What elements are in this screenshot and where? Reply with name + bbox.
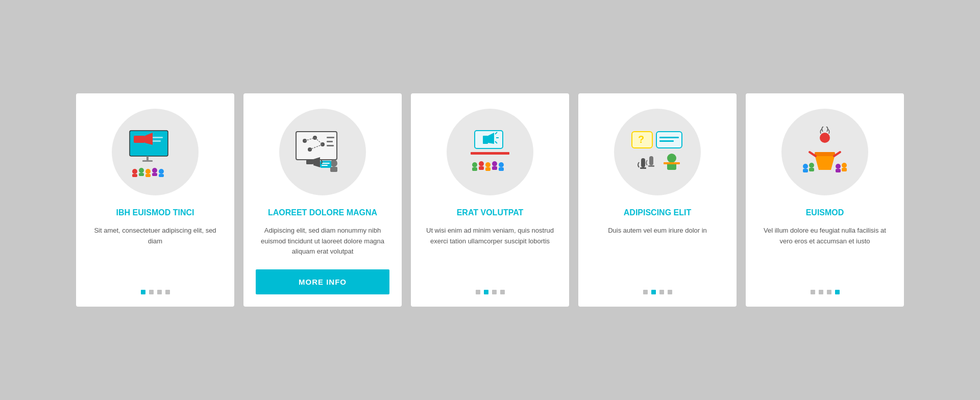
dot-5-1 <box>819 290 823 294</box>
card-1-title: IBH EUISMOD TINCI <box>116 208 194 218</box>
more-info-button[interactable]: MORE INFO <box>256 269 389 294</box>
svg-point-72 <box>842 163 847 168</box>
announcement-crowd-icon <box>459 127 521 178</box>
svg-rect-3 <box>153 137 163 138</box>
svg-rect-75 <box>836 169 841 172</box>
svg-rect-55 <box>659 137 679 138</box>
svg-point-71 <box>836 164 841 169</box>
svg-rect-16 <box>159 174 164 177</box>
svg-rect-66 <box>815 152 835 156</box>
svg-rect-15 <box>152 173 157 176</box>
dot-5-3 <box>835 290 840 294</box>
strategy-board-icon <box>292 127 353 178</box>
svg-rect-76 <box>842 168 847 171</box>
svg-rect-49 <box>485 167 491 171</box>
card-5: EUISMOD Vel illum dolore eu feugiat null… <box>746 93 904 307</box>
dot-1-2 <box>157 290 162 294</box>
card-5-title: EUISMOD <box>806 208 844 218</box>
svg-rect-56 <box>659 140 674 142</box>
dot-4-0 <box>643 290 648 294</box>
svg-rect-29 <box>330 167 337 172</box>
svg-rect-74 <box>809 168 814 171</box>
dot-4-2 <box>659 290 664 294</box>
svg-point-8 <box>139 168 144 173</box>
dot-4-1 <box>651 290 656 294</box>
megaphone-audience-icon <box>125 127 186 178</box>
svg-rect-31 <box>322 163 330 164</box>
card-4-title: ADIPISCING ELIT <box>624 208 691 218</box>
svg-rect-73 <box>803 169 808 172</box>
svg-rect-4 <box>153 140 161 142</box>
svg-rect-32 <box>322 165 328 166</box>
card-1: IBH EUISMOD TINCI Sit amet, consectetuer… <box>76 93 234 307</box>
cards-container: IBH EUISMOD TINCI Sit amet, consectetuer… <box>45 68 935 332</box>
svg-rect-51 <box>499 167 504 171</box>
svg-rect-54 <box>656 132 682 148</box>
card-1-icon-circle <box>112 109 199 195</box>
svg-rect-12 <box>132 174 137 177</box>
svg-rect-1 <box>134 136 145 143</box>
svg-marker-65 <box>815 155 835 170</box>
svg-rect-14 <box>145 174 151 177</box>
svg-text:?: ? <box>638 134 644 145</box>
dot-3-2 <box>492 290 497 294</box>
svg-point-11 <box>159 169 164 174</box>
svg-point-64 <box>820 133 830 143</box>
card-2-title: LAOREET DOLORE MAGNA <box>268 208 377 218</box>
dot-5-0 <box>811 290 815 294</box>
svg-rect-57 <box>641 158 645 167</box>
svg-point-70 <box>809 163 814 168</box>
dot-3-3 <box>500 290 505 294</box>
card-2-text: Adipiscing elit, sed diam nonummy nibh e… <box>256 226 389 257</box>
dot-1-0 <box>141 290 145 294</box>
svg-point-45 <box>492 161 497 166</box>
card-3-icon-circle <box>447 109 533 195</box>
svg-point-7 <box>132 169 137 174</box>
card-4-text: Duis autem vel eum iriure dolor in <box>608 226 707 278</box>
dot-1-3 <box>165 290 170 294</box>
dot-3-0 <box>476 290 480 294</box>
svg-rect-60 <box>648 165 654 167</box>
svg-rect-48 <box>479 166 484 170</box>
svg-rect-13 <box>139 173 144 176</box>
svg-rect-6 <box>142 160 153 162</box>
svg-point-9 <box>145 169 151 174</box>
svg-rect-41 <box>471 152 509 155</box>
svg-point-44 <box>485 162 491 167</box>
svg-point-61 <box>667 154 676 163</box>
card-3-dots <box>476 290 505 294</box>
svg-rect-36 <box>483 136 488 144</box>
card-3-text: Ut wisi enim ad minim veniam, quis nostr… <box>423 226 557 278</box>
svg-point-46 <box>499 162 504 167</box>
svg-point-28 <box>330 160 337 167</box>
card-1-text: Sit amet, consectetuer adipiscing elit, … <box>88 226 222 278</box>
dot-5-2 <box>827 290 831 294</box>
card-4: ? ADIPISCING ELIT Duis autem vel eum <box>578 93 737 307</box>
svg-rect-47 <box>472 167 477 171</box>
svg-rect-27 <box>327 145 334 146</box>
card-3: ERAT VOLUTPAT Ut wisi enim ad minim veni… <box>411 93 569 307</box>
svg-point-10 <box>152 168 157 173</box>
dot-1-1 <box>149 290 154 294</box>
card-5-icon-circle <box>781 109 868 195</box>
svg-rect-59 <box>649 156 653 165</box>
qa-session-icon: ? <box>627 127 688 178</box>
card-1-dots <box>141 290 170 294</box>
card-4-dots <box>643 290 672 294</box>
svg-rect-63 <box>664 162 680 164</box>
svg-rect-58 <box>640 167 646 169</box>
svg-rect-5 <box>146 156 149 160</box>
card-5-dots <box>811 290 840 294</box>
card-2-icon-circle <box>279 109 366 195</box>
svg-rect-50 <box>492 166 497 170</box>
svg-point-42 <box>472 162 477 167</box>
svg-rect-25 <box>327 137 334 138</box>
svg-point-69 <box>803 164 808 169</box>
svg-rect-33 <box>306 160 313 164</box>
svg-rect-26 <box>327 141 333 142</box>
card-5-text: Vel illum dolore eu feugiat nulla facili… <box>758 226 892 278</box>
svg-point-43 <box>479 161 484 166</box>
card-4-icon-circle: ? <box>614 109 701 195</box>
dot-4-3 <box>668 290 672 294</box>
card-3-title: ERAT VOLUTPAT <box>457 208 524 218</box>
